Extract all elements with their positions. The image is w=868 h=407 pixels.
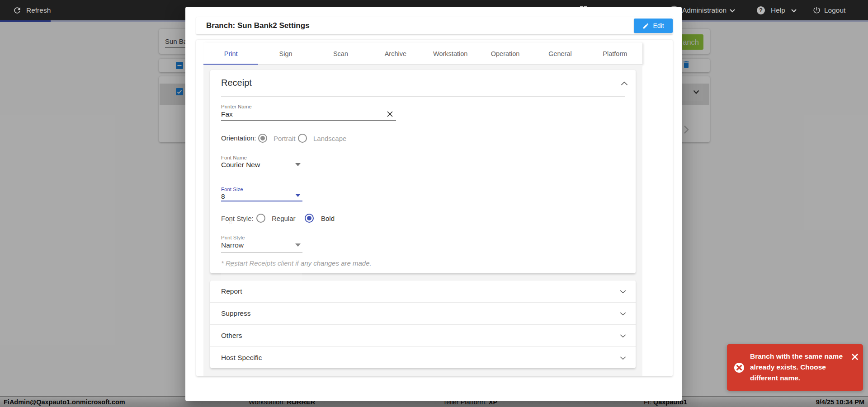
landscape-label: Landscape — [313, 135, 346, 142]
administration-menu[interactable]: Administration — [682, 0, 735, 20]
refresh-label: Refresh — [26, 6, 51, 14]
logout-button[interactable]: Logout — [812, 0, 845, 20]
print-style-label: Print Style — [221, 235, 245, 240]
screen: Refresh Administration ? Help Logout — [0, 0, 868, 407]
dialog-header: Branch: Sun Bank2 Settings Edit — [196, 17, 673, 34]
help-menu[interactable]: ? Help — [757, 0, 797, 20]
tab-workstation[interactable]: Workstation — [423, 42, 478, 65]
font-size-caret-icon[interactable] — [295, 194, 301, 197]
power-icon — [812, 6, 821, 14]
error-icon — [734, 362, 745, 373]
portrait-label: Portrait — [274, 135, 295, 142]
section-others[interactable]: Others — [210, 324, 636, 346]
font-style-row: Font Style: Regular Bold — [221, 214, 447, 224]
receipt-panel: Receipt Printer Name Fax Orientation: Po… — [210, 70, 636, 273]
receipt-note: * Restart Receipts client if any changes… — [221, 259, 372, 267]
close-icon[interactable] — [852, 354, 858, 360]
help-label: Help — [771, 6, 785, 14]
branch-settings-dialog: Branch: Sun Bank2 Settings Edit Print Si… — [185, 7, 682, 401]
radio-portrait[interactable] — [258, 134, 267, 143]
tab-print[interactable]: Print — [203, 42, 258, 65]
print-style-caret-icon[interactable] — [295, 243, 301, 247]
font-size-label: Font Size — [221, 187, 243, 192]
pencil-icon — [642, 23, 649, 29]
chevron-down-icon — [620, 312, 626, 316]
logout-label: Logout — [824, 6, 845, 14]
orientation-row: Orientation: Portrait Landscape — [221, 134, 447, 144]
section-host-specific[interactable]: Host Specific — [210, 346, 636, 368]
settings-accordion: Report Suppress Others Host Specific — [210, 281, 636, 368]
chevron-down-icon — [620, 334, 626, 338]
printer-name-label: Printer Name — [221, 104, 252, 109]
tab-operation[interactable]: Operation — [478, 42, 533, 65]
radio-regular[interactable] — [256, 214, 265, 223]
print-style-underline — [221, 253, 302, 253]
tab-general[interactable]: General — [533, 42, 587, 65]
receipt-divider — [221, 96, 625, 97]
administration-label: Administration — [682, 6, 726, 14]
font-style-label: Font Style: — [221, 215, 254, 222]
tab-scan[interactable]: Scan — [313, 42, 368, 65]
section-report[interactable]: Report — [210, 281, 636, 302]
refresh-icon — [13, 6, 22, 15]
edit-label: Edit — [653, 22, 664, 29]
regular-label: Regular — [272, 215, 296, 222]
font-name-caret-icon[interactable] — [295, 163, 301, 166]
dialog-title: Branch: Sun Bank2 Settings — [206, 21, 310, 30]
collapse-chevron-up-icon[interactable] — [621, 81, 628, 86]
font-name-underline — [221, 171, 302, 171]
font-size-underline — [221, 201, 302, 201]
orientation-label: Orientation: — [221, 134, 256, 142]
tab-platform[interactable]: Platform — [588, 42, 642, 65]
help-icon: ? — [757, 6, 765, 14]
tab-sign[interactable]: Sign — [258, 42, 313, 65]
chevron-down-icon — [730, 9, 735, 13]
error-toast[interactable]: Branch with the same name already exists… — [727, 344, 863, 391]
font-name-value[interactable]: Courier New — [221, 161, 260, 169]
print-style-value[interactable]: Narrow — [221, 241, 244, 249]
active-tab-indicator — [203, 64, 258, 65]
settings-tabs: Print Sign Scan Archive Workstation Oper… — [203, 42, 642, 65]
font-size-value[interactable]: 8 — [221, 192, 225, 201]
section-suppress[interactable]: Suppress — [210, 302, 636, 324]
settings-card: Print Sign Scan Archive Workstation Oper… — [196, 40, 673, 376]
printer-name-underline — [221, 120, 396, 121]
radio-landscape[interactable] — [298, 134, 307, 143]
font-name-label: Font Name — [221, 155, 247, 160]
chevron-down-icon — [791, 9, 797, 13]
toast-message: Branch with the same name already exists… — [750, 351, 843, 384]
print-tab-body: Receipt Printer Name Fax Orientation: Po… — [203, 65, 642, 376]
chevron-down-icon — [620, 356, 626, 360]
refresh-button[interactable]: Refresh — [13, 0, 51, 20]
tab-archive[interactable]: Archive — [368, 42, 423, 65]
clear-printer-icon[interactable] — [387, 111, 393, 117]
radio-bold[interactable] — [305, 214, 314, 223]
chevron-down-icon — [620, 290, 626, 294]
receipt-panel-title: Receipt — [221, 78, 252, 88]
printer-name-value[interactable]: Fax — [221, 110, 233, 118]
edit-button[interactable]: Edit — [634, 19, 673, 33]
bold-label: Bold — [321, 215, 335, 222]
